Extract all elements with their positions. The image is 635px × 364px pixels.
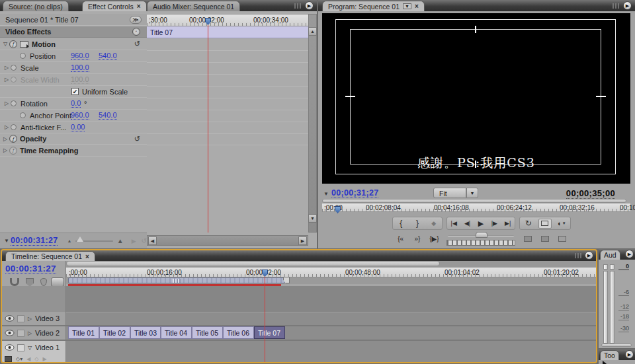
scroll-down-icon[interactable]: ▼ [308,214,317,223]
step-forward-button[interactable]: |▶ [487,219,501,229]
zoom-level-select[interactable]: Fit [433,188,466,198]
ec-mini-clip-bar[interactable]: Title 07 [147,26,308,38]
jog-disk[interactable] [446,240,515,246]
expand-triangle-icon[interactable]: ▽ [1,41,9,47]
toggle-button[interactable] [51,277,64,287]
set-marker-button[interactable]: ◆ [427,219,441,229]
program-timecode[interactable]: 00;00;31;27 [331,188,378,198]
toggle-effect-icon[interactable]: ƒ [9,40,17,48]
play-in-to-out-button[interactable]: {▶} [427,234,441,244]
effect-row-opacity[interactable]: ▷ ƒ Opacity ↺ [0,133,147,145]
panel-drag-grip[interactable] [613,3,620,9]
collapse-footer-icon[interactable]: ▼ [3,238,11,244]
effect-row-time-remapping[interactable]: ▷ ƒ Time Remapping [0,145,147,157]
handle-right-icon[interactable] [596,96,606,97]
loop-button[interactable]: ↻ [522,219,535,229]
clip-title-03[interactable]: Title 03 [130,326,161,339]
clip-title-07-selected[interactable]: Title 07 [254,326,285,339]
tab-audio-mixer[interactable]: Audio Mixer: Sequence 01 [147,1,240,11]
eye-icon[interactable] [5,315,15,322]
play-effect-icon[interactable]: ▶ [132,238,136,244]
track-header-video1[interactable]: ▽ Video 1 [2,341,66,354]
panel-menu-icon[interactable]: ▶ [625,250,634,258]
panel-menu-icon[interactable]: ▶ [623,1,632,10]
antiflicker-value[interactable]: 0.00 [71,124,85,131]
ec-mini-ruler[interactable]: ;30;00 00;00;32;00 00;00;34;00 [147,14,308,26]
tab-close-icon[interactable]: × [415,3,419,10]
timeline-viewing-track[interactable] [66,261,597,267]
show-keyframes-icon[interactable]: ◇▾ [16,356,22,362]
timeline-ruler[interactable]: ;00;00 00;00;16;00 00;00;32;00 00;00;48;… [66,267,597,277]
safe-margins-button[interactable] [538,219,552,229]
extract-button[interactable] [538,234,552,244]
meter-bottom-slider[interactable] [601,344,632,347]
tab-close-icon[interactable]: × [137,3,141,10]
lift-button[interactable] [521,234,534,244]
uniform-scale-checkbox[interactable]: ✔ [71,88,79,95]
anchor-x-value[interactable]: 960.0 [71,112,89,120]
lock-toggle[interactable] [17,330,24,337]
lock-toggle[interactable] [17,315,24,322]
play-to-out-button[interactable]: »} [411,234,424,244]
anchor-y-value[interactable]: 540.0 [99,112,117,120]
reset-effect-icon[interactable]: ↺ [134,40,140,48]
clip-title-04[interactable]: Title 04 [161,326,192,339]
output-button[interactable]: ◐▼ [555,219,568,229]
footer-timecode[interactable]: 00:00:31:27 [11,236,58,246]
expand-triangle-icon[interactable]: ▷ [3,100,11,106]
loop-icon[interactable]: ↺ [142,237,147,244]
expand-track-icon[interactable]: ▷ [27,330,32,336]
shuttle-thumb[interactable] [476,232,487,238]
go-to-in-button[interactable]: |◀ [447,219,460,229]
clip-title-01[interactable]: Title 01 [68,326,99,339]
timeline-timecode[interactable]: 00:00:31:27 [5,264,56,274]
clip-title-02[interactable]: Title 02 [99,326,130,339]
tab-program[interactable]: Program: Sequence 01 ▼ × [322,1,425,11]
effect-row-motion[interactable]: ▽ ƒ Motion ↺ [0,38,147,50]
zoom-level-dropdown-icon[interactable]: ▼ [466,188,478,198]
tab-close-icon[interactable]: × [85,253,89,260]
toggle-effect-icon[interactable]: ƒ [9,135,17,143]
tab-source[interactable]: Source: (no clips) [3,1,69,11]
rotation-value[interactable]: 0.0 [71,100,81,108]
expand-triangle-icon[interactable]: ▷ [1,147,9,153]
program-ruler[interactable]: ;00;00 00;02;08;04 00;04;16;08 00;06;24;… [322,203,630,212]
unnumbered-marker-icon[interactable] [40,278,47,286]
tab-timeline[interactable]: Timeline: Sequence 01 × [5,251,95,261]
toggle-animation-icon[interactable] [20,53,26,59]
trim-button[interactable] [556,234,569,244]
play-from-in-button[interactable]: {« [394,234,407,244]
expand-triangle-icon[interactable]: ▷ [3,77,11,83]
track-content-video2[interactable]: Title 01 Title 02 Title 03 Title 04 Titl… [66,326,597,340]
scroll-up-icon[interactable]: ▲ [308,27,317,36]
timeline-viewing-bar[interactable] [66,261,440,266]
track-header-video2[interactable]: ▷ Video 2 [2,326,66,340]
zoom-out-icon[interactable]: ▲ [67,238,71,243]
lock-toggle[interactable] [17,344,24,351]
step-back-button[interactable]: ◀| [461,219,474,229]
workarea-bar[interactable] [68,277,285,283]
handle-left-icon[interactable] [345,96,355,97]
go-to-out-button[interactable]: ▶| [501,219,515,229]
shuttle-slider[interactable] [448,235,514,237]
scale-value[interactable]: 100.0 [71,64,89,72]
scroll-left-icon[interactable]: ◀ [148,237,157,245]
toggle-effect-icon[interactable]: ƒ [9,147,17,155]
reset-effect-icon[interactable]: ↺ [134,135,140,143]
toggle-animation-icon[interactable] [11,100,17,106]
program-video-area[interactable]: 感謝。PS:我用CS3 [322,13,630,184]
program-playhead-icon[interactable] [335,206,341,213]
track-content-video3[interactable] [66,312,597,325]
panel-menu-icon[interactable]: ▶ [585,251,593,260]
toggle-animation-icon[interactable] [11,65,17,71]
expander-button[interactable]: ≫ [130,16,142,24]
set-in-point-button[interactable]: { [394,219,407,229]
zoom-slider[interactable] [75,240,112,242]
panel-menu-icon[interactable]: ▶ [625,350,634,359]
toggle-animation-icon[interactable] [20,112,26,118]
expand-track-icon[interactable]: ▷ [27,316,32,322]
expand-triangle-icon[interactable]: ▷ [1,136,9,142]
zoom-slider-thumb[interactable] [77,237,83,242]
position-y-value[interactable]: 540.0 [99,52,117,60]
collapse-monitor-icon[interactable]: ▼ [322,191,330,197]
